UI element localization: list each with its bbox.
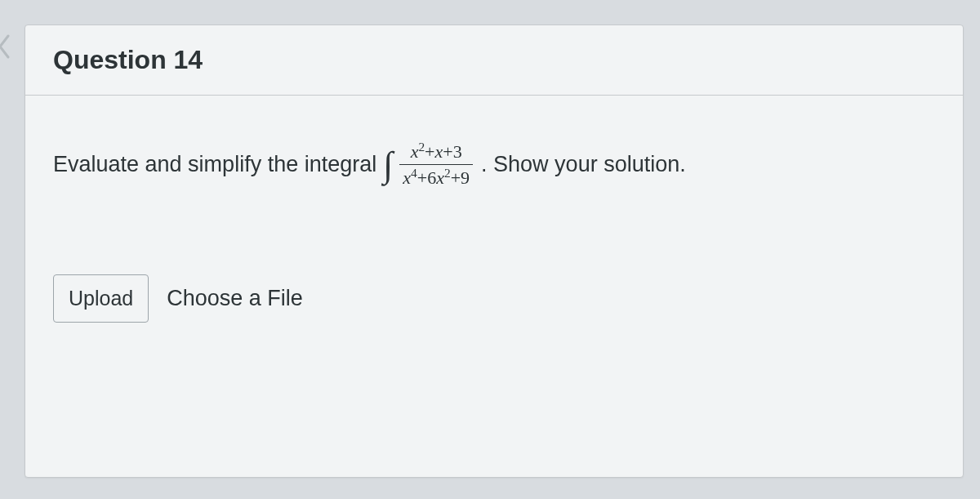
integral-sign-icon: ∫	[383, 147, 393, 183]
fraction: x2+x+3 x4+6x2+9	[398, 140, 474, 189]
denominator: x4+6x2+9	[399, 164, 473, 189]
upload-hint[interactable]: Choose a File	[167, 286, 303, 311]
question-title: Question 14	[53, 45, 935, 75]
prompt-after: . Show your solution.	[481, 147, 686, 182]
upload-row: Upload Choose a File	[53, 274, 935, 323]
integral-expression: ∫ x2+x+3 x4+6x2+9	[383, 140, 474, 189]
prompt-before: Evaluate and simplify the integral	[53, 147, 376, 182]
question-header: Question 14	[25, 25, 963, 96]
question-panel: Question 14 Evaluate and simplify the in…	[24, 25, 964, 478]
upload-button[interactable]: Upload	[53, 274, 149, 323]
prev-arrow-icon	[0, 33, 13, 60]
numerator: x2+x+3	[408, 140, 466, 164]
question-prompt: Evaluate and simplify the integral ∫ x2+…	[53, 140, 935, 189]
question-body: Evaluate and simplify the integral ∫ x2+…	[25, 96, 963, 355]
